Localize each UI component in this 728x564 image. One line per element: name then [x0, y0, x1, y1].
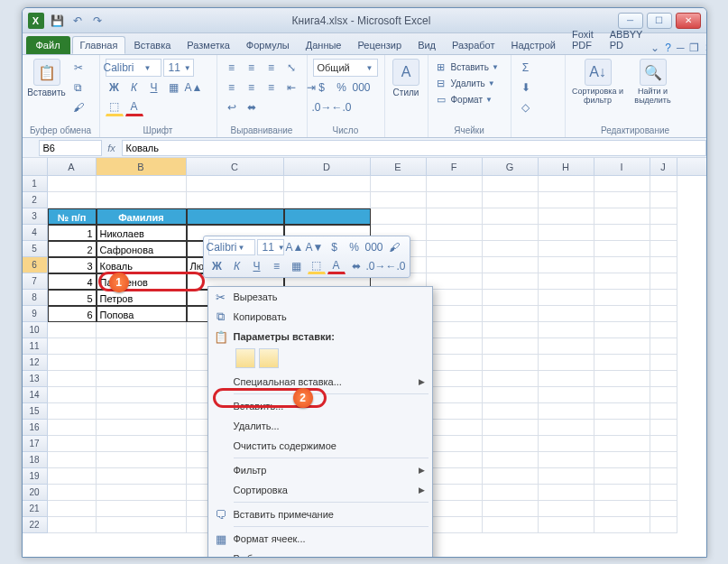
- cut-icon[interactable]: ✂: [69, 59, 88, 77]
- tab-insert[interactable]: Вставка: [125, 36, 179, 54]
- cell-B8[interactable]: Петров: [97, 290, 187, 306]
- tab-foxit[interactable]: Foxit PDF: [564, 25, 602, 54]
- ctx-delete[interactable]: Удалить...: [208, 416, 432, 436]
- col-header-e[interactable]: E: [371, 158, 427, 175]
- cell-F14[interactable]: [427, 387, 483, 403]
- row-header-21[interactable]: 21: [23, 501, 48, 517]
- row-header-5[interactable]: 5: [23, 241, 48, 257]
- font-name-combo[interactable]: Calibri▼: [106, 59, 161, 77]
- doc-minimize-icon[interactable]: ─: [677, 42, 685, 54]
- cell-B20[interactable]: [97, 485, 187, 501]
- cell-G20[interactable]: [483, 485, 539, 501]
- cell-J19[interactable]: [650, 468, 677, 485]
- formula-input[interactable]: Коваль: [122, 140, 706, 156]
- cell-I5[interactable]: [594, 241, 650, 257]
- save-icon[interactable]: 💾: [50, 13, 66, 29]
- cell-F18[interactable]: [427, 452, 483, 468]
- cell-E3[interactable]: [371, 208, 427, 225]
- row-header-12[interactable]: 12: [23, 355, 48, 371]
- align-right-icon[interactable]: ≡: [263, 79, 281, 97]
- cell-I22[interactable]: [594, 517, 650, 533]
- cell-J9[interactable]: [650, 306, 677, 322]
- cell-A22[interactable]: [48, 517, 97, 533]
- cell-G5[interactable]: [483, 241, 539, 257]
- cell-G21[interactable]: [483, 501, 539, 517]
- tab-data[interactable]: Данные: [298, 36, 350, 54]
- cell-G13[interactable]: [483, 371, 539, 387]
- ctx-paste-special[interactable]: Специальная вставка...▶: [208, 372, 432, 392]
- cell-J21[interactable]: [650, 501, 677, 517]
- row-header-14[interactable]: 14: [23, 387, 48, 403]
- redo-icon[interactable]: ↷: [89, 13, 106, 29]
- cell-I7[interactable]: [594, 273, 650, 290]
- cell-I8[interactable]: [594, 290, 650, 306]
- cell-G15[interactable]: [483, 403, 539, 420]
- sort-filter-button[interactable]: A↓Сортировка и фильтр: [571, 59, 625, 106]
- cell-B14[interactable]: [97, 387, 187, 403]
- cell-H1[interactable]: [539, 176, 594, 192]
- cell-F3[interactable]: [427, 208, 483, 225]
- row-header-18[interactable]: 18: [23, 452, 48, 468]
- cell-B4[interactable]: Николаев: [97, 225, 187, 241]
- cell-I1[interactable]: [594, 176, 650, 192]
- cell-I2[interactable]: [594, 192, 650, 208]
- cell-E1[interactable]: [371, 176, 427, 192]
- cell-J5[interactable]: [650, 241, 677, 257]
- ctx-format-cells[interactable]: ▦Формат ячеек...: [208, 529, 432, 549]
- mini-percent-icon[interactable]: %: [346, 239, 364, 255]
- cell-G18[interactable]: [483, 452, 539, 468]
- tab-addins[interactable]: Надстрой: [503, 36, 564, 54]
- cell-F5[interactable]: [427, 241, 483, 257]
- cell-A1[interactable]: [48, 176, 97, 192]
- cell-H21[interactable]: [539, 501, 594, 517]
- cell-B9[interactable]: Попова: [97, 306, 187, 322]
- cell-E2[interactable]: [371, 192, 427, 208]
- cell-I12[interactable]: [594, 355, 650, 371]
- row-header-15[interactable]: 15: [23, 403, 48, 420]
- cell-I9[interactable]: [594, 306, 650, 322]
- cell-J16[interactable]: [650, 420, 677, 436]
- fx-icon[interactable]: fx: [102, 143, 122, 153]
- cell-J1[interactable]: [650, 176, 677, 192]
- mini-merge-icon[interactable]: ⬌: [347, 258, 365, 274]
- cell-I4[interactable]: [594, 225, 650, 241]
- cell-F20[interactable]: [427, 485, 483, 501]
- cell-G10[interactable]: [483, 322, 539, 338]
- row-header-11[interactable]: 11: [23, 338, 48, 355]
- cell-H22[interactable]: [539, 517, 594, 533]
- cell-A16[interactable]: [48, 420, 97, 436]
- ctx-comment[interactable]: 🗨Вставить примечание: [208, 504, 432, 524]
- decrease-decimal-icon[interactable]: ←.0: [333, 98, 351, 116]
- cell-H14[interactable]: [539, 387, 594, 403]
- cell-H11[interactable]: [539, 338, 594, 355]
- ctx-clear[interactable]: Очистить содержимое: [208, 436, 432, 456]
- cell-I14[interactable]: [594, 387, 650, 403]
- mini-fill-icon[interactable]: ⬚: [308, 258, 326, 274]
- cell-H19[interactable]: [539, 468, 594, 485]
- align-left-icon[interactable]: ≡: [223, 79, 241, 97]
- merge-icon[interactable]: ⬌: [243, 98, 261, 116]
- minimize-ribbon-icon[interactable]: ⌄: [650, 42, 659, 54]
- cell-J2[interactable]: [650, 192, 677, 208]
- cell-B19[interactable]: [97, 468, 187, 485]
- cell-H6[interactable]: [539, 257, 594, 273]
- cell-H16[interactable]: [539, 420, 594, 436]
- italic-button[interactable]: К: [125, 79, 143, 97]
- cell-B11[interactable]: [97, 338, 187, 355]
- row-header-20[interactable]: 20: [23, 485, 48, 501]
- cell-A10[interactable]: [48, 322, 97, 338]
- format-painter-icon[interactable]: 🖌: [69, 98, 88, 116]
- cell-F10[interactable]: [427, 322, 483, 338]
- cell-I19[interactable]: [594, 468, 650, 485]
- cell-B13[interactable]: [97, 371, 187, 387]
- cell-B16[interactable]: [97, 420, 187, 436]
- tab-review[interactable]: Рецензир: [349, 36, 410, 54]
- cell-I13[interactable]: [594, 371, 650, 387]
- cell-I21[interactable]: [594, 501, 650, 517]
- cell-G7[interactable]: [483, 273, 539, 290]
- cell-H12[interactable]: [539, 355, 594, 371]
- cell-G8[interactable]: [483, 290, 539, 306]
- cell-B21[interactable]: [97, 501, 187, 517]
- ctx-insert[interactable]: Вставить...: [208, 396, 432, 416]
- cell-I6[interactable]: [594, 257, 650, 273]
